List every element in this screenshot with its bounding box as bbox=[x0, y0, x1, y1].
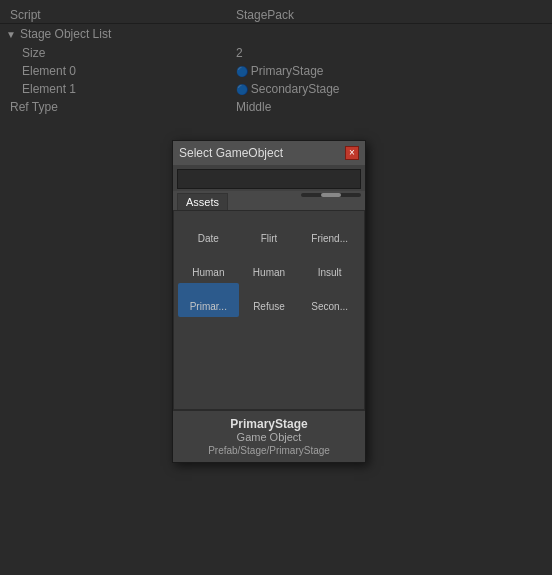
asset-item-friend[interactable]: Friend... bbox=[299, 215, 360, 249]
select-gameobject-dialog: Select GameObject × ⌕ Assets Date Fl bbox=[172, 140, 366, 463]
footer-name: PrimaryStage bbox=[181, 417, 357, 431]
asset-item-primary[interactable]: Primar... bbox=[178, 283, 239, 317]
asset-label-human1: Human bbox=[192, 267, 224, 279]
asset-item-date[interactable]: Date bbox=[178, 215, 239, 249]
dialog-titlebar: Select GameObject × bbox=[173, 141, 365, 165]
asset-item-human2[interactable]: Human bbox=[239, 249, 300, 283]
search-input[interactable] bbox=[177, 169, 361, 189]
asset-label-friend: Friend... bbox=[311, 233, 348, 245]
tab-scrollbar bbox=[301, 193, 361, 197]
asset-label-insult: Insult bbox=[318, 267, 342, 279]
dialog-close-button[interactable]: × bbox=[345, 146, 359, 160]
tab-assets[interactable]: Assets bbox=[177, 193, 228, 210]
asset-label-refuse: Refuse bbox=[253, 301, 285, 313]
asset-item-second[interactable]: Secon... bbox=[299, 283, 360, 317]
footer-type: Game Object bbox=[181, 431, 357, 443]
close-icon: × bbox=[349, 148, 355, 158]
asset-label-primary: Primar... bbox=[190, 301, 227, 313]
asset-label-human2: Human bbox=[253, 267, 285, 279]
assets-grid: Date Flirt Friend... Human Hum bbox=[174, 211, 364, 321]
dialog-search-area: ⌕ bbox=[173, 165, 365, 191]
search-container: ⌕ bbox=[177, 169, 361, 189]
asset-item-flirt[interactable]: Flirt bbox=[239, 215, 300, 249]
asset-item-human1[interactable]: Human bbox=[178, 249, 239, 283]
dialog-footer: PrimaryStage Game Object Prefab/Stage/Pr… bbox=[173, 410, 365, 462]
asset-item-insult[interactable]: Insult bbox=[299, 249, 360, 283]
tab-scrollbar-thumb bbox=[321, 193, 341, 197]
asset-item-refuse[interactable]: Refuse bbox=[239, 283, 300, 317]
footer-path: Prefab/Stage/PrimaryStage bbox=[181, 445, 357, 456]
asset-label-flirt: Flirt bbox=[261, 233, 278, 245]
assets-content: Date Flirt Friend... Human Hum bbox=[173, 210, 365, 410]
asset-label-date: Date bbox=[198, 233, 219, 245]
dialog-title: Select GameObject bbox=[179, 146, 283, 160]
asset-label-second: Secon... bbox=[311, 301, 348, 313]
dialog-tabs: Assets bbox=[173, 191, 365, 210]
